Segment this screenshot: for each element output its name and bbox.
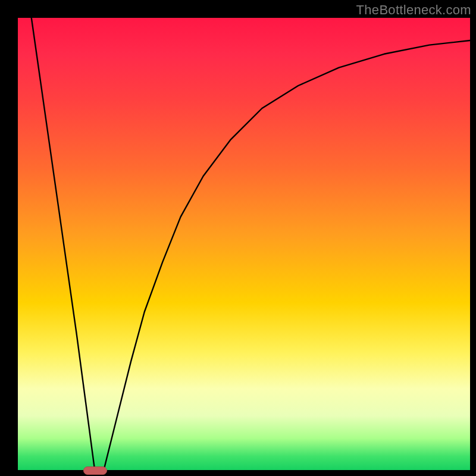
series-left-descending — [32, 18, 95, 470]
chart-frame: TheBottleneck.com — [0, 0, 476, 476]
min-marker-pill — [83, 466, 107, 474]
curves-svg — [18, 18, 470, 470]
series-right-ascending — [104, 40, 470, 470]
watermark-text: TheBottleneck.com — [356, 2, 471, 18]
plot-area — [18, 18, 470, 470]
